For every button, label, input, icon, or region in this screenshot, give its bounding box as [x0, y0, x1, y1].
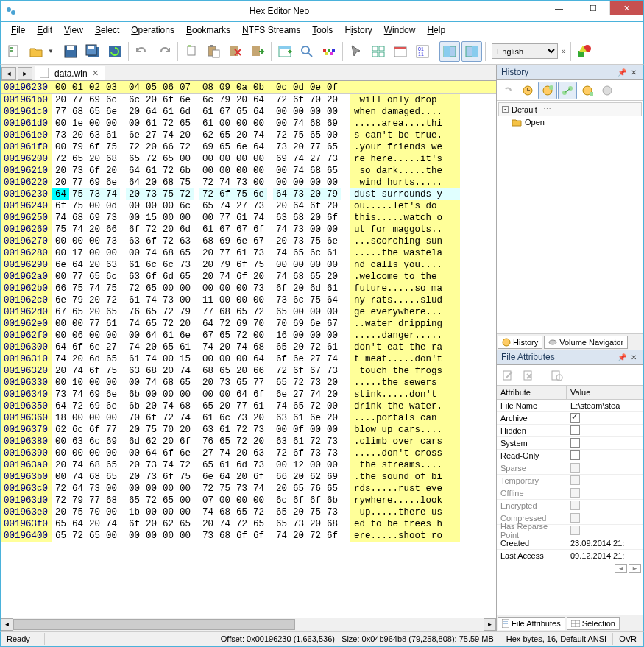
- close-button[interactable]: ✕: [609, 1, 643, 15]
- redo-icon[interactable]: [154, 41, 174, 62]
- hex-row[interactable]: 001963c072647300000000007275737420657665…: [1, 483, 496, 495]
- hex-row[interactable]: 001963506472696e6b2074686520776174657200…: [1, 400, 496, 412]
- tab-close-icon[interactable]: ✕: [91, 68, 100, 78]
- hex-row[interactable]: 0019628000170000007468652077617374656c61…: [1, 247, 496, 259]
- scroll-right-attr[interactable]: ►: [629, 564, 641, 573]
- hex-row[interactable]: 001962507468697300150000007761746368206f…: [1, 212, 496, 224]
- menu-file[interactable]: File: [5, 24, 31, 37]
- attr-row[interactable]: Created23.09.2014 21:: [497, 537, 643, 550]
- hex-row[interactable]: 0019638000636c696d62206f7665722063617273…: [1, 436, 496, 448]
- attr-row[interactable]: Has Reparse Point: [497, 525, 643, 537]
- tab-file-attributes[interactable]: File Attributes: [498, 617, 565, 630]
- attr-row[interactable]: Archive: [497, 412, 643, 425]
- maximize-button[interactable]: ☐: [576, 1, 609, 15]
- hex-row[interactable]: 001961d0001e0000006172656100000000746869…: [1, 118, 496, 130]
- hex-row[interactable]: 001962c06e7920726174730011000000736c7564…: [1, 294, 496, 306]
- delete-icon[interactable]: [225, 41, 246, 62]
- collapse-icon[interactable]: -: [502, 106, 509, 113]
- hex-row[interactable]: 001963b00074686520736f756e64206f66206269…: [1, 471, 496, 483]
- hex-row[interactable]: 001962306475737420737572726f756e64732079…: [1, 188, 496, 200]
- split-view-2-icon[interactable]: [461, 41, 482, 62]
- hex-row[interactable]: 001962b06675747572650000000000736f206d61…: [1, 283, 496, 294]
- hex-row[interactable]: 001962a00077656c636f6d6520746f2074686520…: [1, 271, 496, 283]
- save-all-icon[interactable]: [82, 41, 103, 62]
- menu-view[interactable]: View: [58, 24, 89, 37]
- window-grid-icon[interactable]: [368, 41, 389, 62]
- new-file-icon[interactable]: [4, 41, 24, 62]
- hex-row[interactable]: 001962906e642063616c6c7320796f7500000000…: [1, 259, 496, 271]
- pointer-tool-icon[interactable]: [346, 41, 367, 62]
- view-layout-icon[interactable]: [275, 41, 295, 62]
- hex-row[interactable]: 001962406f75000d0000006c6574277320646f20…: [1, 200, 496, 212]
- hex-row[interactable]: 001962d067652065766572797768657265000000…: [1, 306, 496, 318]
- tab-selection[interactable]: Selection: [567, 617, 620, 630]
- history-item-open[interactable]: Open: [498, 116, 642, 128]
- lang-expand-icon[interactable]: »: [559, 47, 568, 55]
- pin-icon[interactable]: 📌: [615, 68, 629, 77]
- tab-datawin[interactable]: data.win ✕: [35, 66, 105, 80]
- language-select[interactable]: English: [492, 43, 558, 59]
- hist-branch1-icon[interactable]: [538, 82, 557, 99]
- hex-row[interactable]: 001961c07768656e2064616d6167656400000000…: [1, 106, 496, 118]
- attr-row[interactable]: File NameE:\steam\stea: [497, 400, 643, 412]
- attr-hdr-name[interactable]: Attribute: [497, 386, 567, 399]
- minimize-button[interactable]: —: [542, 1, 576, 15]
- hex-row[interactable]: 0019631074206d6561740015000000646f6e2774…: [1, 353, 496, 365]
- hex-row[interactable]: 001963900000000000646f6e27742063726f7373…: [1, 448, 496, 459]
- attr-row[interactable]: Read-Only: [497, 450, 643, 462]
- save-icon[interactable]: [60, 41, 81, 62]
- menu-history[interactable]: History: [339, 24, 378, 37]
- split-view-1-icon[interactable]: [439, 41, 460, 62]
- attr-row[interactable]: Offline: [497, 487, 643, 500]
- attr-row[interactable]: Last Access09.12.2014 21:: [497, 550, 643, 562]
- hist-undo-icon[interactable]: [498, 82, 517, 99]
- hist-clock-icon[interactable]: [518, 82, 537, 99]
- hex-row[interactable]: 00196370626c6f772075702063617273000f0000…: [1, 424, 496, 436]
- attr-row[interactable]: System: [497, 437, 643, 450]
- hex-row[interactable]: 00196400657265000000000073686f6f7420726f…: [1, 530, 496, 542]
- menu-window[interactable]: Window: [378, 24, 422, 37]
- hex-row[interactable]: 00196260757420666f72206d6167676f74730000…: [1, 224, 496, 236]
- hex-row[interactable]: 001961b02077696c6c206f6e6c792064726f7020…: [1, 94, 496, 106]
- patterns-icon[interactable]: [319, 41, 339, 62]
- hex-grid[interactable]: 00196230 000102030405060708090a0b0c0d0e0…: [1, 81, 496, 618]
- menu-tools[interactable]: Tools: [306, 24, 339, 37]
- tab-history[interactable]: History: [498, 336, 542, 349]
- hex-row[interactable]: 00196300646f6e27742065617420746865207261…: [1, 342, 496, 353]
- hex-row[interactable]: 001962202077696e642068757274730000000000…: [1, 177, 496, 188]
- hex-row[interactable]: 001963a0207468652073747265616d7300120000…: [1, 459, 496, 471]
- scroll-left-icon[interactable]: ◄: [1, 618, 13, 631]
- hex-row[interactable]: 0019632020746f756368207468652066726f6773…: [1, 365, 496, 377]
- panel-close-icon-2[interactable]: ✕: [629, 353, 639, 361]
- binary-icon[interactable]: 0111: [412, 41, 433, 62]
- hex-row[interactable]: 001963f0656420746f2062652074726565732068…: [1, 518, 496, 530]
- checkbox[interactable]: [570, 413, 580, 423]
- hist-clock2-icon[interactable]: [578, 82, 597, 99]
- attr-apply-icon[interactable]: [498, 367, 517, 384]
- refresh-disk-icon[interactable]: [105, 41, 125, 62]
- hex-row[interactable]: 0019636018000000706f7274616c732063616e20…: [1, 412, 496, 424]
- horizontal-scrollbar[interactable]: ◄ ►: [1, 618, 496, 631]
- menu-help[interactable]: Help: [421, 24, 451, 37]
- shapes-tool-icon[interactable]: [574, 41, 595, 62]
- undo-icon[interactable]: [132, 41, 152, 62]
- checkbox[interactable]: [570, 450, 580, 460]
- attr-hdr-val[interactable]: Value: [567, 386, 643, 399]
- attr-row[interactable]: Sparse: [497, 462, 643, 475]
- hex-row[interactable]: 001961f000796f757220667269656e6473207765…: [1, 141, 496, 153]
- menu-ntfs[interactable]: NTFS Streams: [236, 24, 306, 37]
- menu-edit[interactable]: Edit: [31, 24, 58, 37]
- open-file-icon[interactable]: [26, 41, 46, 62]
- checkbox[interactable]: [570, 425, 580, 435]
- open-dropdown-icon[interactable]: ▼: [48, 48, 54, 54]
- hex-row[interactable]: 0019633000100000007468652073657765727320…: [1, 377, 496, 389]
- find-icon[interactable]: [297, 41, 317, 62]
- clipboard-arrow-icon[interactable]: [247, 41, 268, 62]
- attr-refresh-icon[interactable]: [547, 367, 566, 384]
- hex-row[interactable]: 001963407374696e6b0000000000646f6e277420…: [1, 389, 496, 400]
- attr-cancel-icon[interactable]: [519, 367, 538, 384]
- scroll-left-attr[interactable]: ◄: [615, 564, 627, 573]
- hex-row[interactable]: 001963d07279776865726500070000006c6f6f6b…: [1, 495, 496, 506]
- tab-prev-icon[interactable]: ◄: [1, 67, 16, 80]
- hist-clear-icon[interactable]: [598, 82, 617, 99]
